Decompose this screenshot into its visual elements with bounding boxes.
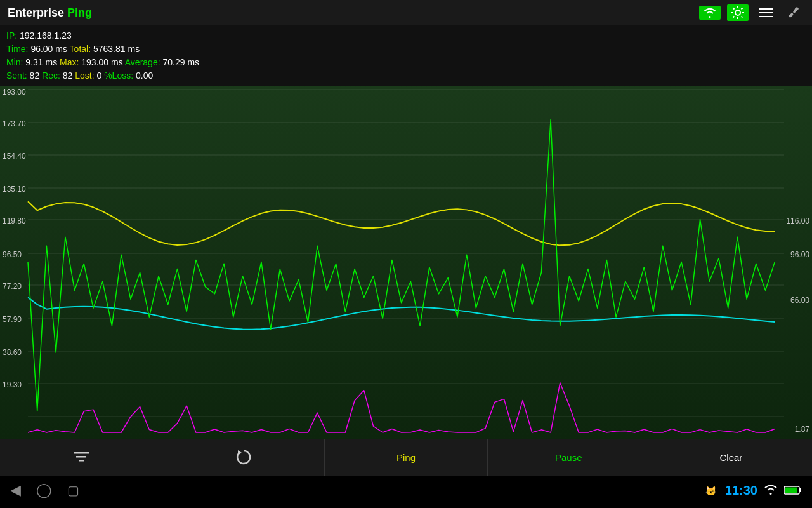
sys-right: 🐱 11:30 [705, 483, 802, 498]
sys-battery-icon [784, 485, 802, 496]
svg-rect-2 [759, 12, 773, 13]
stat-line-ip: IP: 192.168.1.23 [6, 29, 806, 43]
chart-container: 193.00 173.70 154.40 135.10 119.80 96.50… [0, 86, 812, 439]
ploss-value: 0.00 [136, 70, 153, 81]
y-label-3: 135.10 [3, 185, 26, 194]
ip-value: 192.168.1.23 [20, 30, 72, 41]
menu-lines-icon[interactable] [755, 6, 776, 20]
time-value: 96.00 ms [30, 44, 67, 54]
max-value: 193.00 ms [81, 57, 122, 67]
stat-line-packets: Sent: 82 Rec: 82 Lost: 0 %Loss: 0.00 [6, 69, 806, 83]
sort-button[interactable] [0, 439, 162, 476]
svg-rect-3 [759, 16, 773, 17]
y-label-right-0: 116.00 [786, 217, 809, 225]
system-bar: ◀ ◯ ▢ 🐱 11:30 [0, 475, 812, 505]
lost-label: Lost: [75, 70, 94, 81]
nav-icons: ◀ ◯ ▢ [10, 482, 79, 498]
toolbar-icons [699, 4, 804, 21]
total-label: Total: [70, 44, 91, 54]
sys-wifi-icon [764, 485, 778, 496]
app-title: Enterprise Ping [8, 6, 92, 20]
y-label-0: 193.00 [3, 88, 26, 97]
refresh-button[interactable] [162, 439, 325, 476]
chart-canvas [0, 86, 812, 439]
ping-button[interactable]: Ping [325, 439, 487, 476]
avg-label: Average: [125, 57, 160, 67]
lost-value: 0 [96, 70, 102, 81]
svg-text:🐱: 🐱 [705, 486, 717, 496]
wifi-icon [699, 6, 721, 20]
svg-rect-12 [785, 488, 797, 493]
bottom-toolbar: Ping Pause Clear [0, 439, 812, 475]
y-label-6: 77.20 [3, 282, 22, 291]
app-name-ping: Ping [67, 6, 92, 19]
y-label-right-3: 1.87 [795, 425, 809, 434]
pause-button[interactable]: Pause [488, 439, 650, 476]
ip-label: IP: [6, 30, 17, 41]
y-label-right-1: 96.00 [790, 250, 809, 259]
y-label-2: 154.40 [3, 152, 26, 161]
avg-value: 70.29 ms [162, 57, 199, 67]
y-label-right-2: 66.00 [790, 296, 809, 305]
titlebar: Enterprise Ping [0, 0, 812, 25]
clear-button[interactable]: Clear [650, 439, 812, 476]
ploss-label: %Loss: [104, 70, 133, 81]
back-button[interactable]: ◀ [10, 482, 21, 498]
max-label: Max: [60, 57, 79, 67]
system-time: 11:30 [725, 483, 757, 498]
rec-value: 82 [63, 70, 73, 81]
svg-point-0 [735, 10, 740, 15]
svg-rect-7 [79, 460, 84, 462]
y-label-4: 119.80 [3, 217, 26, 225]
svg-rect-1 [759, 8, 773, 10]
sys-cat-icon: 🐱 [705, 485, 719, 496]
stat-line-minmax: Min: 9.31 ms Max: 193.00 ms Average: 70.… [6, 56, 806, 69]
y-label-9: 19.30 [3, 380, 22, 389]
min-label: Min: [6, 57, 23, 67]
rec-label: Rec: [42, 70, 60, 81]
stats-panel: IP: 192.168.1.23 Time: 96.00 ms Total: 5… [0, 25, 812, 86]
wrench-icon[interactable] [783, 4, 804, 21]
y-label-1: 173.70 [3, 119, 26, 128]
y-label-8: 38.60 [3, 348, 22, 357]
y-label-7: 57.90 [3, 315, 22, 324]
recent-button[interactable]: ▢ [67, 483, 79, 498]
y-label-5: 96.50 [3, 250, 22, 259]
settings-icon[interactable] [727, 4, 749, 21]
app-name-enterprise: Enterprise [8, 6, 64, 19]
svg-rect-4 [789, 13, 794, 18]
svg-marker-8 [238, 450, 242, 455]
sent-value: 82 [30, 70, 40, 81]
time-label: Time: [6, 44, 28, 54]
svg-rect-5 [74, 452, 89, 454]
total-value: 5763.81 ms [93, 44, 140, 54]
sent-label: Sent: [6, 70, 27, 81]
svg-rect-6 [76, 456, 86, 458]
min-value: 9.31 ms [25, 57, 57, 67]
svg-rect-11 [799, 488, 801, 492]
stat-line-time: Time: 96.00 ms Total: 5763.81 ms [6, 43, 806, 56]
home-button[interactable]: ◯ [36, 482, 52, 498]
